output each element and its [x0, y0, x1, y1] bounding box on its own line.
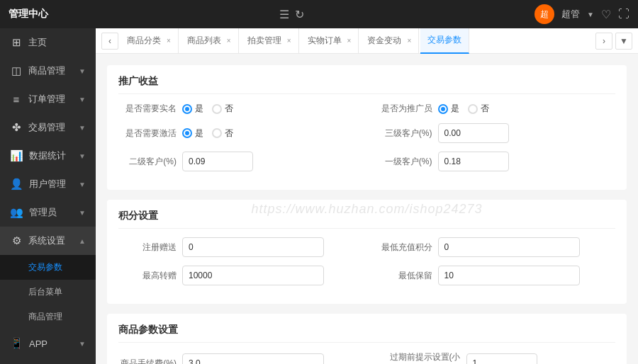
sidebar-item-transaction[interactable]: ✤ 交易管理 ▼: [0, 113, 96, 142]
third-level-label: 三级客户(%): [374, 127, 438, 140]
sidebar-item-app[interactable]: 📱 APP ▼: [0, 329, 96, 358]
tab-label-goods-category: 商品分类: [127, 35, 161, 47]
tab-close-real-orders[interactable]: ×: [347, 37, 352, 45]
first-level-field-group: 一级客户(%): [374, 152, 616, 171]
orders-icon: ≡: [10, 93, 23, 106]
tab-label-fund-change: 资金变动: [367, 35, 401, 47]
sidebar-label-orders: 订单管理: [28, 93, 73, 106]
tab-close-auction[interactable]: ×: [287, 37, 291, 45]
min-retain-input[interactable]: [438, 266, 580, 285]
min-recharge-label: 最低充值积分: [374, 241, 438, 254]
sidebar-label-goods: 商品管理: [28, 64, 73, 77]
is-referral-no-radio[interactable]: 否: [468, 103, 489, 115]
dropdown-icon[interactable]: ▼: [587, 11, 594, 18]
page-content: 推广收益 是否需要实名 是: [96, 54, 638, 364]
is-referral-field-group: 是否为推广员 是 否: [374, 103, 616, 115]
chevron-up-icon-system: ▲: [79, 237, 86, 245]
form-row-levels: 二级客户(%) 一级客户(%): [118, 152, 615, 171]
max-withdraw-group: 最高转赠: [118, 266, 360, 285]
backend-orders-label: 后台菜单: [28, 287, 62, 297]
referral-title: 推广收益: [118, 75, 615, 94]
header: 管理中心 ☰ ↻ 超 超管 ▼ ♡ ⛶: [0, 0, 638, 28]
activate-radio-group: 是 否: [182, 127, 233, 140]
trade-params-label: 交易参数: [28, 262, 62, 272]
is-referral-no-circle: [468, 104, 478, 114]
first-level-input[interactable]: [438, 152, 509, 171]
min-retain-group: 最低保留: [374, 266, 616, 285]
sidebar: ⊞ 主页 ◫ 商品管理 ▼ ≡ 订单管理 ▼ ✤ 交易管理 ▼ 📊 数据统计 ▼…: [0, 28, 96, 364]
chevron-down-icon-orders: ▼: [79, 96, 86, 103]
register-reward-input[interactable]: [182, 237, 324, 257]
realname-yes-radio[interactable]: 是: [182, 103, 203, 115]
activate-no-radio[interactable]: 否: [212, 127, 233, 140]
form-row-goods1: 商品手续费(%) 过期前提示设置(小时): [118, 351, 615, 364]
tab-close-goods-list[interactable]: ×: [227, 37, 231, 45]
refresh-icon[interactable]: ↻: [295, 8, 304, 21]
sidebar-item-goods[interactable]: ◫ 商品管理 ▼: [0, 57, 96, 85]
sidebar-item-home[interactable]: ⊞ 主页: [0, 28, 96, 57]
tab-nav-right[interactable]: ›: [595, 33, 612, 50]
realname-no-circle: [212, 104, 222, 114]
sidebar-sub-trade-params[interactable]: 交易参数: [0, 255, 96, 280]
chevron-down-icon-transaction: ▼: [79, 124, 86, 132]
main-layout: ⊞ 主页 ◫ 商品管理 ▼ ≡ 订单管理 ▼ ✤ 交易管理 ▼ 📊 数据统计 ▼…: [0, 28, 638, 364]
form-row-activate: 是否需要激活 是 否: [118, 123, 615, 143]
activate-no-circle: [212, 128, 222, 138]
sidebar-sub-backend-orders[interactable]: 后台菜单: [0, 280, 96, 305]
activate-field-group: 是否需要激活 是 否: [118, 127, 360, 140]
max-withdraw-input[interactable]: [182, 266, 324, 285]
chevron-down-icon: ▼: [79, 67, 86, 75]
sidebar-item-system[interactable]: ⚙ 系统设置 ▲: [0, 227, 96, 255]
first-level-label: 一级客户(%): [374, 156, 438, 168]
sidebar-label-users: 用户管理: [29, 178, 73, 190]
activate-yes-radio[interactable]: 是: [182, 127, 203, 140]
tab-nav-left[interactable]: ‹: [101, 33, 118, 50]
menu-icon[interactable]: ☰: [279, 8, 289, 21]
tab-trade-params[interactable]: 交易参数: [420, 28, 469, 54]
tab-auction[interactable]: 拍卖管理 ×: [240, 28, 299, 54]
activate-label: 是否需要激活: [118, 127, 182, 140]
sidebar-sub-goods-manage[interactable]: 商品管理: [0, 305, 96, 329]
min-recharge-input[interactable]: [438, 237, 580, 257]
tab-close-fund-change[interactable]: ×: [407, 37, 411, 45]
sidebar-item-marketing[interactable]: 🎯 营销 ▼: [0, 358, 96, 364]
tab-goods-list[interactable]: 商品列表 ×: [180, 28, 239, 54]
form-row-points-row1: 注册赠送 最低充值积分: [118, 237, 615, 257]
sidebar-item-admin[interactable]: 👥 管理员 ▼: [0, 198, 96, 227]
goods-icon: ◫: [10, 64, 23, 77]
chevron-down-icon-app: ▼: [79, 340, 86, 348]
tabs-right: › ▼: [595, 33, 632, 50]
is-referral-label: 是否为推广员: [374, 103, 438, 115]
expire-remind-group: 过期前提示设置(小时): [374, 351, 616, 364]
chevron-down-icon-data: ▼: [79, 152, 86, 160]
is-referral-yes-radio[interactable]: 是: [438, 103, 459, 115]
tab-close-goods-category[interactable]: ×: [167, 37, 171, 45]
tab-nav-dropdown[interactable]: ▼: [615, 33, 632, 50]
second-level-label: 二级客户(%): [118, 156, 182, 168]
sidebar-item-data[interactable]: 📊 数据统计 ▼: [0, 142, 96, 170]
sidebar-label-home: 主页: [28, 36, 86, 49]
tab-goods-category[interactable]: 商品分类 ×: [120, 28, 179, 54]
tab-fund-change[interactable]: 资金变动 ×: [360, 28, 419, 54]
data-icon: 📊: [10, 149, 23, 162]
min-recharge-group: 最低充值积分: [374, 237, 616, 257]
realname-yes-circle: [182, 104, 192, 114]
goods-commission-group: 商品手续费(%): [118, 353, 360, 364]
second-level-field-group: 二级客户(%): [118, 152, 360, 171]
tab-real-orders[interactable]: 实物订单 ×: [301, 28, 359, 54]
home-icon: ⊞: [10, 36, 23, 49]
content-wrapper: https://www.huzhan.com/ishop24273 推广收益 是…: [96, 54, 638, 364]
expire-remind-input[interactable]: [466, 353, 537, 364]
third-level-field-group: 三级客户(%): [374, 123, 616, 143]
points-title: 积分设置: [118, 210, 615, 229]
sidebar-item-users[interactable]: 👤 用户管理 ▼: [0, 170, 96, 198]
sidebar-item-orders[interactable]: ≡ 订单管理 ▼: [0, 85, 96, 113]
goods-commission-input[interactable]: [182, 353, 324, 364]
activate-yes-circle: [182, 128, 192, 138]
second-level-input[interactable]: [182, 152, 253, 171]
third-level-input[interactable]: [438, 123, 509, 143]
is-referral-yes-circle: [438, 104, 448, 114]
realname-no-radio[interactable]: 否: [212, 103, 233, 115]
bell-icon[interactable]: ♡: [601, 8, 611, 21]
fullscreen-icon[interactable]: ⛶: [618, 8, 629, 21]
